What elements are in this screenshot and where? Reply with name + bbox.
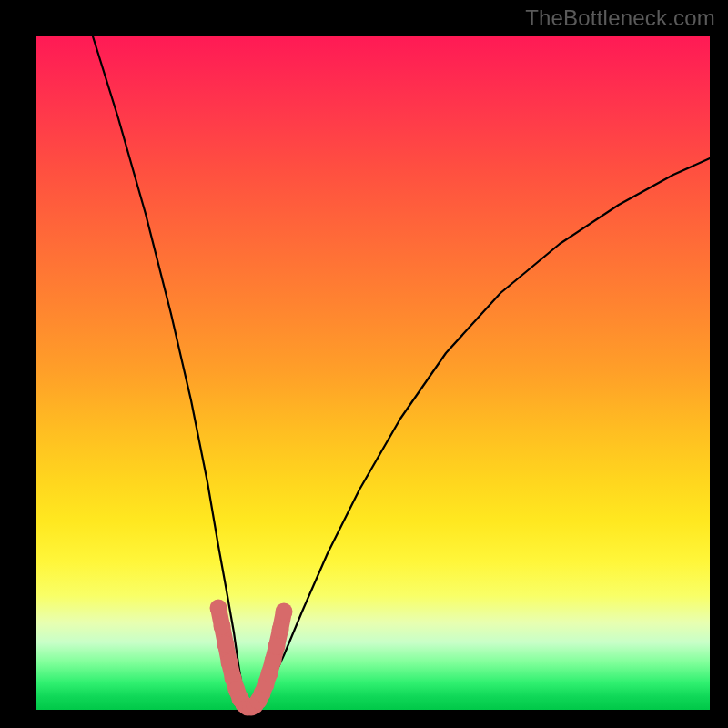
highlight-dot <box>210 600 228 617</box>
highlight-dot <box>265 652 282 670</box>
watermark-text: TheBottleneck.com <box>525 5 715 31</box>
highlight-dot <box>214 618 231 635</box>
highlight-dot <box>268 638 286 655</box>
chart-svg <box>36 36 710 710</box>
chart-frame: TheBottleneck.com <box>0 0 728 728</box>
plot-area <box>36 36 710 710</box>
highlight-dot <box>221 654 238 672</box>
highlight-dot <box>276 603 293 621</box>
highlight-band <box>210 600 293 716</box>
bottleneck-curve <box>93 36 710 709</box>
highlight-dot <box>272 622 289 639</box>
highlight-dot <box>217 636 235 653</box>
